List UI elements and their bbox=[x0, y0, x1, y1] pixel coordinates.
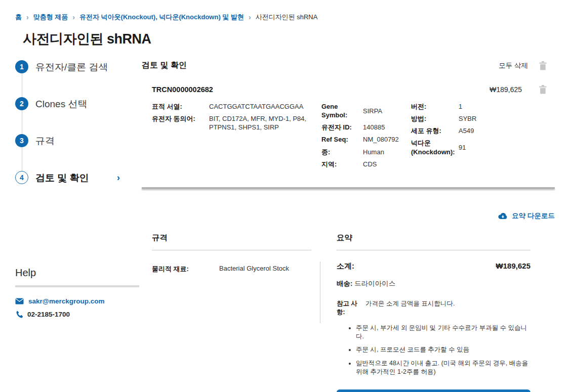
detail-version: 버전: 1 bbox=[411, 102, 558, 111]
note-label: 참고 사항: bbox=[337, 299, 364, 317]
download-row: 요약 다운로드 bbox=[142, 211, 555, 221]
chevron-right-icon: › bbox=[26, 13, 29, 21]
divider bbox=[15, 285, 139, 287]
step-specifications[interactable]: 3 규격 bbox=[15, 134, 124, 171]
specs-section: 규격 물리적 재료: Bacterial Glycerol Stock bbox=[142, 233, 311, 392]
note-text: 가격은 소계 금액을 표시합니다. bbox=[364, 299, 455, 317]
item-price: ₩189,625 bbox=[489, 85, 522, 94]
step-gene-clone-search[interactable]: 1 유전자/클론 검색 bbox=[15, 60, 124, 97]
page-title: 사전디자인된 shRNA bbox=[23, 30, 575, 48]
detail-ref-seq: Ref Seq: NM_080792 bbox=[321, 135, 411, 144]
subtotal-label: 소계: bbox=[337, 262, 354, 271]
bottom-columns: 규격 물리적 재료: Bacterial Glycerol Stock 요약 소… bbox=[142, 233, 555, 392]
product-card: TRCN0000002682 ₩189,625 표적 서열: bbox=[142, 85, 555, 172]
email-icon bbox=[15, 298, 24, 304]
step-label: Clones 선택 bbox=[35, 98, 87, 111]
note-bullet-list: 주문 시, 부가세 외 운임비 및 기타 수수료가 부과될 수 있습니다. 주문… bbox=[356, 324, 530, 376]
step-label: 유전자/클론 검색 bbox=[35, 61, 108, 74]
chevron-right-icon: › bbox=[72, 13, 75, 21]
detail-target-sequence: 표적 서열: CACTGGATCTAATGAACGGAA bbox=[152, 102, 321, 111]
review-header: 검토 및 확인 모두 삭제 bbox=[142, 60, 555, 71]
summary-section: 요약 소계: ₩189,625 배송: 드라이아이스 참고 사항: 가격은 소계… bbox=[337, 233, 530, 392]
detail-region: 지역: CDS bbox=[321, 160, 411, 168]
detail-knockdown: 넉다운 (Knockdown): 91 bbox=[411, 139, 558, 156]
note-row: 참고 사항: 가격은 소계 금액을 표시합니다. bbox=[337, 299, 530, 317]
step-label: 규격 bbox=[35, 135, 55, 148]
spec-physical-material: 물리적 재료: Bacterial Glycerol Stock bbox=[152, 265, 311, 274]
step-number-badge: 3 bbox=[15, 134, 28, 147]
subtotal-row: 소계: ₩189,625 bbox=[337, 262, 530, 271]
help-phone-number: 02-2185-1700 bbox=[27, 311, 70, 318]
detail-gene-synonyms: 유전자 동의어: BIT, CD172A, MFR, MYD-1, P84, P… bbox=[152, 114, 321, 132]
sidebar: 1 유전자/클론 검색 2 Clones 선택 3 규격 4 검토 및 확인 › bbox=[0, 60, 124, 392]
shipping-row: 배송: 드라이아이스 bbox=[337, 279, 530, 288]
divider bbox=[142, 187, 555, 189]
download-summary-link[interactable]: 요약 다운로드 bbox=[498, 211, 555, 221]
breadcrumb: 홈 › 맞춤형 제품 › 유전자 넉아웃(Knockout), 넉다운(Knoc… bbox=[0, 0, 575, 22]
detail-method: 방법: SYBR bbox=[411, 114, 558, 123]
delete-all-trash-button[interactable] bbox=[539, 61, 547, 70]
step-list: 1 유전자/클론 검색 2 Clones 선택 3 규격 4 검토 및 확인 › bbox=[15, 60, 124, 208]
help-title: Help bbox=[15, 267, 124, 279]
breadcrumb-gene-knockout[interactable]: 유전자 넉아웃(Knockout), 넉다운(Knockdown) 및 발현 bbox=[79, 13, 244, 22]
detail-cell-type: 세포 유형: A549 bbox=[411, 126, 558, 135]
review-title: 검토 및 확인 bbox=[142, 60, 187, 71]
step-label: 검토 및 확인 bbox=[35, 171, 89, 185]
delete-all-button[interactable]: 모두 삭제 bbox=[499, 61, 528, 70]
step-select-clones[interactable]: 2 Clones 선택 bbox=[15, 97, 124, 134]
help-section: Help sakr@merckgroup.com 02-2185-1700 bbox=[15, 267, 124, 318]
trash-icon bbox=[539, 85, 547, 94]
phone-icon bbox=[15, 311, 23, 318]
note-bullet: 일반적으로 48시간 이내 출고. (미국 해외 주문의 경우, 배송을 위해 … bbox=[356, 359, 530, 376]
step-number-badge: 4 bbox=[15, 171, 28, 184]
breadcrumb-home[interactable]: 홈 bbox=[15, 13, 22, 22]
breadcrumb-custom-products[interactable]: 맞춤형 제품 bbox=[33, 13, 68, 22]
step-number-badge: 1 bbox=[15, 60, 28, 73]
specs-title: 규격 bbox=[152, 233, 311, 250]
predesigned-shrna-page: 홈 › 맞춤형 제품 › 유전자 넉아웃(Knockout), 넉다운(Knoc… bbox=[0, 0, 575, 392]
note-bullet: 주문 시, 프로모션 코드를 추가할 수 있음 bbox=[356, 345, 530, 354]
help-email-link[interactable]: sakr@merckgroup.com bbox=[28, 297, 104, 305]
detail-gene-symbol: Gene Symbol: SIRPA bbox=[321, 102, 411, 119]
chevron-right-icon: › bbox=[249, 13, 251, 21]
step-review-confirm[interactable]: 4 검토 및 확인 › bbox=[15, 171, 124, 208]
breadcrumb-current: 사전디자인된 shRNA bbox=[256, 13, 318, 22]
cloud-download-icon bbox=[498, 212, 508, 220]
note-bullet: 주문 시, 부가세 외 운임비 및 기타 수수료가 부과될 수 있습니다. bbox=[356, 324, 530, 341]
detail-gene-id: 유전자 ID: 140885 bbox=[321, 123, 411, 132]
trash-icon bbox=[539, 61, 547, 70]
summary-title: 요약 bbox=[337, 233, 530, 250]
subtotal-value: ₩189,625 bbox=[496, 262, 530, 270]
step-number-badge: 2 bbox=[15, 97, 28, 110]
add-to-cart-button[interactable]: 장바구니에 추가 bbox=[337, 389, 530, 392]
shipping-label: 배송: bbox=[337, 280, 353, 287]
shipping-value: 드라이아이스 bbox=[354, 280, 395, 287]
main-content: 검토 및 확인 모두 삭제 TRCN0000002682 ₩189,625 bbox=[142, 60, 555, 392]
clone-id: TRCN0000002682 bbox=[152, 85, 213, 94]
detail-species: 종: Human bbox=[321, 148, 411, 156]
delete-item-trash-button[interactable] bbox=[539, 85, 547, 94]
item-details: 표적 서열: CACTGGATCTAATGAACGGAA 유전자 동의어: BI… bbox=[142, 102, 555, 172]
divider bbox=[320, 262, 320, 323]
layout: 1 유전자/클론 검색 2 Clones 선택 3 규격 4 검토 및 확인 › bbox=[0, 60, 575, 392]
chevron-right-icon[interactable]: › bbox=[117, 171, 120, 184]
